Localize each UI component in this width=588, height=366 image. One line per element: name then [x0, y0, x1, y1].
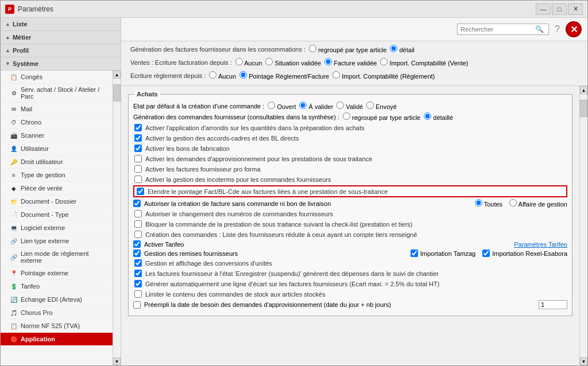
gen-cmd-detail-radio[interactable]: [424, 112, 431, 120]
check-bons-fabrication-input[interactable]: [134, 145, 142, 152]
sidebar-item-document-type[interactable]: 📄 Document - Type: [1, 208, 113, 221]
scroll-down-button[interactable]: ▼: [113, 357, 121, 365]
import-rexel-input[interactable]: [482, 250, 490, 257]
sidebar-item-droit-label: Droit utilisateur: [21, 158, 63, 165]
sidebar-item-utilisateur[interactable]: 👤 Utilisateur: [1, 142, 113, 155]
sidebar-item-utilisateur-label: Utilisateur: [21, 145, 49, 152]
sidebar-cat-metier[interactable]: ▲ Métier: [1, 31, 121, 44]
check-accords-cadres-input[interactable]: [134, 134, 142, 142]
right-scroll-down[interactable]: ▼: [580, 357, 587, 365]
gen-factures-detail-radio[interactable]: [390, 45, 397, 52]
check-limiter-stock-input[interactable]: [134, 290, 142, 298]
check-bloquer-commande-input[interactable]: [134, 220, 142, 228]
ventes-import-compta[interactable]: Import. Comptabilité (Vente): [380, 58, 468, 67]
sidebar-item-lien-mode-reglement[interactable]: 🔗 Lien mode de règlement externe: [1, 248, 113, 267]
check-creation-facture-input[interactable]: [133, 200, 141, 207]
sidebar-item-piece-vente[interactable]: ◆ Pièce de vente: [1, 182, 113, 195]
scroll-thumb[interactable]: [113, 84, 121, 102]
ventes-situation[interactable]: Situation validée: [265, 58, 321, 67]
gen-factures-detail[interactable]: détail: [390, 45, 414, 53]
close-red-button[interactable]: ✕: [566, 21, 582, 37]
gen-cmd-detail[interactable]: détaillé: [424, 112, 453, 121]
sidebar-item-pointage-externe[interactable]: 📍 Pointage externe: [1, 267, 113, 280]
ecriture-aucun-radio[interactable]: [209, 71, 216, 79]
check-changement-numeros-input[interactable]: [134, 210, 142, 217]
sidebar-item-conges[interactable]: 📋 Congés: [1, 71, 113, 84]
right-scrollbar: ▲ ▼: [579, 86, 587, 365]
toutes-radio[interactable]: [475, 199, 482, 207]
toutes-radio-label[interactable]: Toutes: [475, 199, 502, 208]
search-box[interactable]: 🔍: [457, 24, 549, 35]
sidebar-item-chrono[interactable]: ⏱ Chrono: [1, 116, 113, 129]
ecriture-import[interactable]: Import. Comptabilité (Règlement): [332, 71, 435, 80]
sidebar-cat-metier-label: Métier: [13, 34, 31, 41]
etat-envoye-radio[interactable]: [366, 102, 374, 109]
check-approvisionnement-input[interactable]: [134, 155, 142, 162]
ecriture-pointage-radio[interactable]: [239, 71, 247, 79]
gen-factures-regroupe-radio[interactable]: [309, 45, 316, 52]
check-factures-pro-forma-input[interactable]: [134, 165, 142, 173]
check-conversions-unites-input[interactable]: [134, 259, 142, 267]
ventes-aucun-radio[interactable]: [235, 58, 243, 65]
sidebar-item-application-label: Application: [21, 336, 55, 342]
sidebar-item-echange-edi[interactable]: 🔄 Echange EDI (Arteva): [1, 293, 113, 306]
sidebar-item-tarifeo[interactable]: 💲 Tarifeo: [1, 280, 113, 293]
help-icon[interactable]: ?: [555, 24, 560, 34]
etat-a-valider[interactable]: À valider: [299, 102, 333, 110]
etat-ouvert-radio[interactable]: [268, 102, 275, 109]
minimize-button[interactable]: —: [536, 3, 551, 15]
ventes-situation-radio[interactable]: [265, 58, 273, 65]
sidebar-item-application[interactable]: 🔴 Application: [1, 333, 113, 346]
sidebar-item-document-dossier[interactable]: 📁 Document - Dossier: [1, 195, 113, 208]
check-remises-input[interactable]: [133, 250, 141, 257]
etat-a-valider-radio[interactable]: [299, 102, 307, 109]
gen-cmd-regroupe[interactable]: regroupé par type article: [343, 112, 420, 121]
ventes-facture-radio[interactable]: [324, 58, 332, 65]
sidebar-cat-systeme[interactable]: ▼ Système: [1, 57, 121, 71]
sidebar-item-norme-nf[interactable]: 📋 Norme NF 525 (TVA): [1, 320, 113, 333]
check-arrondis-input[interactable]: [134, 124, 142, 131]
sidebar-cat-profil[interactable]: ▲ Profil: [1, 44, 121, 57]
sidebar-item-mail[interactable]: ✉ Mail: [1, 103, 113, 116]
sidebar-item-chorus-pro[interactable]: 🎵 Chorus Pro: [1, 306, 113, 320]
etat-ouvert[interactable]: Ouvert: [268, 102, 296, 110]
sidebar-item-scanner[interactable]: 📠 Scanner: [1, 129, 113, 142]
ecriture-pointage[interactable]: Pointage Règlement/Facture: [239, 71, 329, 80]
ventes-facture-validee[interactable]: Facture validée: [324, 58, 377, 67]
check-etendre-pointage-input[interactable]: [137, 188, 144, 195]
gen-cmd-regroupe-radio[interactable]: [343, 112, 350, 120]
affaire-gestion-radio-label[interactable]: Affaire de gestion: [509, 199, 567, 208]
etat-valide-radio[interactable]: [336, 102, 344, 109]
ventes-import-radio[interactable]: [380, 58, 388, 65]
search-input[interactable]: [461, 26, 535, 33]
right-scroll-up[interactable]: ▲: [580, 86, 587, 94]
affaire-gestion-radio[interactable]: [509, 199, 517, 207]
ventes-aucun[interactable]: Aucun: [235, 58, 262, 67]
check-ligne-ecart-input[interactable]: [134, 280, 142, 287]
gen-factures-regroupe[interactable]: regroupé par type article: [309, 45, 386, 53]
sidebar-item-lien-type-externe[interactable]: 🔗 Lien type externe: [1, 235, 113, 248]
sidebar-item-droit-utilisateur[interactable]: 🔑 Droit utilisateur: [1, 155, 113, 169]
etat-valide[interactable]: Validé: [336, 102, 363, 110]
preempli-value-input[interactable]: [539, 300, 567, 309]
maximize-button[interactable]: □: [552, 3, 567, 15]
check-activer-tarifeo-input[interactable]: [133, 240, 141, 248]
sidebar-item-logiciel-externe[interactable]: 💻 Logiciel externe: [1, 221, 113, 235]
right-scroll-thumb[interactable]: [580, 100, 587, 117]
sidebar-item-echange-edi-label: Echange EDI (Arteva): [21, 296, 82, 303]
ecriture-aucun[interactable]: Aucun: [209, 71, 236, 80]
search-icon[interactable]: 🔍: [535, 25, 544, 33]
import-tamzag-input[interactable]: [411, 250, 418, 257]
check-preempli-input[interactable]: [133, 301, 141, 309]
check-etat-enregistrer-input[interactable]: [134, 270, 142, 277]
close-button[interactable]: ✕: [568, 3, 583, 15]
etat-envoye[interactable]: Envoyé: [366, 102, 397, 110]
sidebar-item-serv-achat[interactable]: ⚙ Serv. achat / Stock / Atelier / Parc: [1, 84, 113, 103]
sidebar-cat-liste[interactable]: ▲ Liste: [1, 18, 121, 31]
parametres-tarifeo-link[interactable]: Paramètres Tarifeo: [514, 241, 567, 248]
ecriture-import-radio[interactable]: [332, 71, 340, 79]
sidebar-item-type-gestion[interactable]: ≡ Type de gestion: [1, 169, 113, 182]
scroll-up-button[interactable]: ▲: [113, 71, 121, 79]
check-incoterms-input[interactable]: [134, 176, 142, 183]
check-creation-commandes-input[interactable]: [134, 231, 142, 238]
